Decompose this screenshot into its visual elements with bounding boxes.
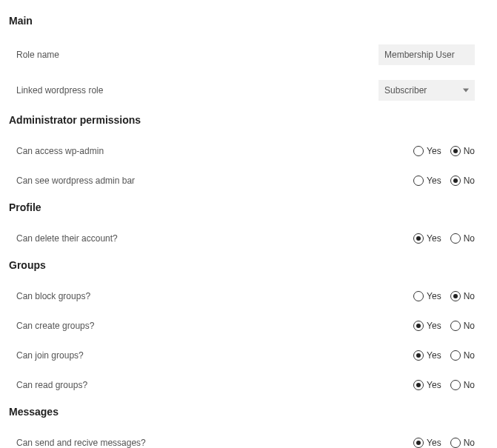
radio-icon [413,233,424,244]
radio-label-yes: Yes [427,291,441,301]
radio-label-yes: Yes [427,380,441,390]
row-role-name: Role name [9,37,488,73]
radio-label-no: No [464,321,475,331]
label-block-groups: Can block groups? [16,291,413,301]
radio-label-no: No [464,380,475,390]
row-access-wp-admin: Can access wp-admin Yes No [9,136,488,166]
section-title-profile: Profile [9,201,488,213]
radio-see-admin-bar-no[interactable]: No [450,175,475,186]
radio-icon [450,380,461,390]
radio-icon [413,438,424,448]
radio-label-yes: Yes [427,233,441,244]
radio-label-yes: Yes [427,175,441,186]
label-see-admin-bar: Can see wordpress admin bar [16,175,413,186]
row-read-groups: Can read groups? Yes No [9,370,488,400]
label-access-wp-admin: Can access wp-admin [16,146,413,156]
radio-label-yes: Yes [427,146,441,156]
row-create-groups: Can create groups? Yes No [9,311,488,341]
radio-icon [413,146,424,156]
radio-label-yes: Yes [427,350,441,361]
radio-icon [450,233,461,244]
radio-block-groups-no[interactable]: No [450,291,475,301]
row-linked-wp-role: Linked wordpress role Subscriber [9,73,488,108]
radio-icon [413,291,424,301]
radio-join-groups-no[interactable]: No [450,350,475,361]
section-title-main: Main [9,15,488,27]
radio-icon [450,146,461,156]
label-read-groups: Can read groups? [16,380,413,390]
radio-icon [450,291,461,301]
radio-access-wp-admin-no[interactable]: No [450,146,475,156]
radio-access-wp-admin-yes[interactable]: Yes [413,146,441,156]
radio-read-groups-yes[interactable]: Yes [413,380,441,390]
radio-label-yes: Yes [427,321,441,331]
row-block-groups: Can block groups? Yes No [9,281,488,311]
row-send-receive-messages: Can send and recive messages? Yes No [9,428,488,448]
radio-label-no: No [464,146,475,156]
row-join-groups: Can join groups? Yes No [9,341,488,370]
section-title-groups: Groups [9,259,488,271]
label-create-groups: Can create groups? [16,321,413,331]
radio-delete-account-no[interactable]: No [450,233,475,244]
radio-send-receive-yes[interactable]: Yes [413,438,441,448]
radio-label-no: No [464,350,475,361]
radio-icon [413,175,424,186]
label-send-receive-messages: Can send and recive messages? [16,438,413,448]
radio-block-groups-yes[interactable]: Yes [413,291,441,301]
radio-icon [450,321,461,331]
radio-delete-account-yes[interactable]: Yes [413,233,441,244]
row-see-admin-bar: Can see wordpress admin bar Yes No [9,166,488,195]
radio-icon [413,350,424,361]
radio-label-no: No [464,438,475,448]
label-role-name: Role name [16,50,378,60]
radio-label-no: No [464,291,475,301]
radio-create-groups-yes[interactable]: Yes [413,321,441,331]
radio-send-receive-no[interactable]: No [450,438,475,448]
radio-icon [413,380,424,390]
label-join-groups: Can join groups? [16,350,413,361]
radio-see-admin-bar-yes[interactable]: Yes [413,175,441,186]
radio-label-no: No [464,233,475,244]
role-name-input[interactable] [378,44,475,65]
label-delete-account: Can delete their account? [16,233,413,244]
radio-icon [450,175,461,186]
radio-icon [413,321,424,331]
section-title-messages: Messages [9,406,488,418]
row-delete-account: Can delete their account? Yes No [9,224,488,253]
radio-label-yes: Yes [427,438,441,448]
radio-create-groups-no[interactable]: No [450,321,475,331]
chevron-down-icon [463,89,469,93]
radio-icon [450,438,461,448]
linked-wp-role-value: Subscriber [384,85,427,96]
section-title-admin: Administrator permissions [9,114,488,126]
radio-join-groups-yes[interactable]: Yes [413,350,441,361]
linked-wp-role-select[interactable]: Subscriber [378,80,475,101]
radio-label-no: No [464,175,475,186]
radio-read-groups-no[interactable]: No [450,380,475,390]
radio-icon [450,350,461,361]
label-linked-wp-role: Linked wordpress role [16,85,378,96]
